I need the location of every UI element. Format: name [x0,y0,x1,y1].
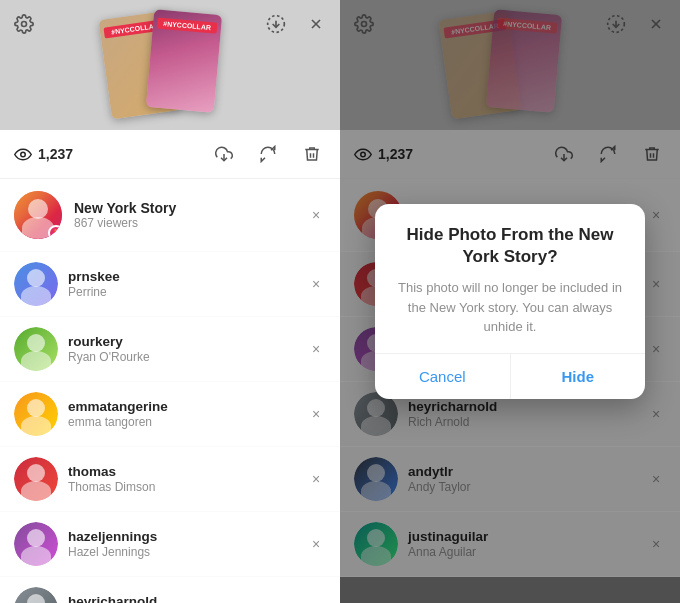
viewer-info: rourkery Ryan O'Rourke [68,334,306,364]
viewer-username: rourkery [68,334,306,349]
viewer-name: Thomas Dimson [68,480,306,494]
hide-photo-dialog: Hide Photo From the New York Story? This… [375,204,645,399]
viewer-info: emmatangerine emma tangoren [68,399,306,429]
viewer-info: thomas Thomas Dimson [68,464,306,494]
viewer-info: heyricharnold Rich Arnold [68,594,306,603]
close-icon-left[interactable] [302,10,330,38]
viewer-username: heyricharnold [68,594,306,603]
toolbar-right-icons-left [262,10,330,38]
avatar [14,457,58,501]
viewer-name: Ryan O'Rourke [68,350,306,364]
right-panel: #NYCCOLLAR #NYCCOLLAR [340,0,680,603]
list-item[interactable]: hazeljennings Hazel Jennings × [0,512,340,577]
viewer-remove-btn[interactable]: × [306,274,326,294]
viewer-info: prnskee Perrine [68,269,306,299]
viewer-name: emma tangoren [68,415,306,429]
settings-icon-left[interactable] [10,10,38,38]
dialog-actions: Cancel Hide [375,353,645,399]
story-viewers-count-left: 867 viewers [74,216,306,230]
dialog-cancel-button[interactable]: Cancel [375,354,511,399]
story-preview-left: #NYCCOLLAR #NYCCOLLAR [0,0,340,130]
svg-point-0 [22,22,27,27]
story-avatar-left: 📍 [14,191,62,239]
stats-actions-left [210,140,326,168]
location-pin-left: 📍 [48,225,62,239]
dialog-message: This photo will no longer be included in… [395,278,625,337]
viewer-remove-btn[interactable]: × [306,599,326,603]
save-icon-left[interactable] [262,10,290,38]
viewer-username: emmatangerine [68,399,306,414]
avatar [14,587,58,603]
story-close-left[interactable]: × [306,205,326,225]
list-item[interactable]: heyricharnold Rich Arnold × [0,577,340,603]
viewer-remove-btn[interactable]: × [306,404,326,424]
delete-icon-left[interactable] [298,140,326,168]
viewer-name: Perrine [68,285,306,299]
viewer-remove-btn[interactable]: × [306,534,326,554]
download-icon-left[interactable] [210,140,238,168]
story-info-left: New York Story 867 viewers [74,200,306,230]
eye-icon-left [14,148,32,161]
stats-bar-left: 1,237 [0,130,340,179]
story-preview-inner-left: #NYCCOLLAR #NYCCOLLAR [0,0,340,130]
svg-point-5 [21,152,26,157]
viewer-name: Hazel Jennings [68,545,306,559]
dialog-overlay: Hide Photo From the New York Story? This… [340,0,680,603]
viewers-list-left: prnskee Perrine × rourkery Ryan O'Rourke… [0,252,340,603]
left-panel: #NYCCOLLAR #NYCCOLLAR [0,0,340,603]
story-title-left: New York Story [74,200,306,216]
avatar [14,262,58,306]
list-item[interactable]: emmatangerine emma tangoren × [0,382,340,447]
avatar [14,392,58,436]
toolbar-left [10,10,330,38]
story-header-left: 📍 New York Story 867 viewers × [0,179,340,252]
list-item[interactable]: prnskee Perrine × [0,252,340,317]
viewer-username: prnskee [68,269,306,284]
avatar [14,327,58,371]
viewer-remove-btn[interactable]: × [306,339,326,359]
avatar [14,522,58,566]
viewer-info: hazeljennings Hazel Jennings [68,529,306,559]
viewer-username: thomas [68,464,306,479]
views-number-left: 1,237 [38,146,73,162]
dialog-confirm-button[interactable]: Hide [511,354,646,399]
list-item[interactable]: rourkery Ryan O'Rourke × [0,317,340,382]
views-count-left: 1,237 [14,146,73,162]
list-item[interactable]: thomas Thomas Dimson × [0,447,340,512]
viewer-username: hazeljennings [68,529,306,544]
share-icon-left[interactable] [254,140,282,168]
viewer-remove-btn[interactable]: × [306,469,326,489]
dialog-content: Hide Photo From the New York Story? This… [375,204,645,353]
dialog-title: Hide Photo From the New York Story? [395,224,625,268]
